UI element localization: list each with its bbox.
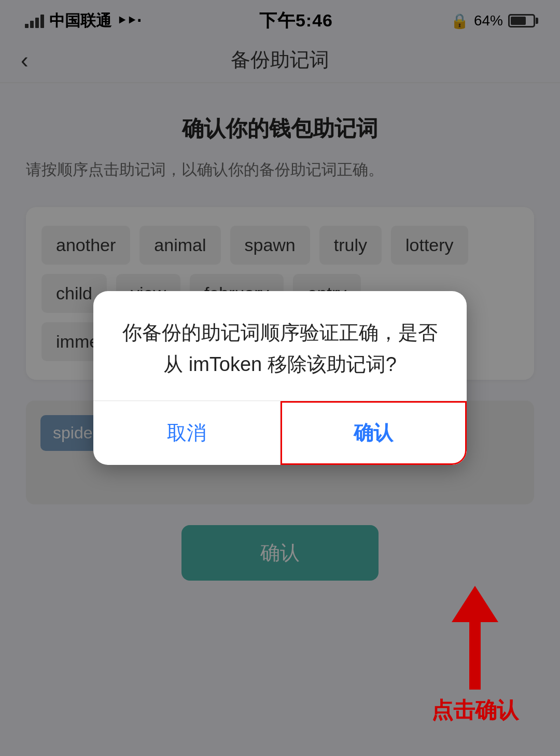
dialog: 你备份的助记词顺序验证正确，是否从 imToken 移除该助记词? 取消 确认 xyxy=(93,291,467,465)
dialog-body: 你备份的助记词顺序验证正确，是否从 imToken 移除该助记词? xyxy=(93,291,467,401)
dialog-confirm-button[interactable]: 确认 xyxy=(281,401,467,465)
arrow-up-icon xyxy=(452,586,498,622)
dialog-message: 你备份的助记词顺序验证正确，是否从 imToken 移除该助记词? xyxy=(119,317,441,380)
dialog-cancel-button[interactable]: 取消 xyxy=(93,401,281,465)
arrow-shaft xyxy=(469,622,481,690)
annotation-label: 点击确认 xyxy=(431,696,519,725)
confirm-annotation: 点击确认 xyxy=(431,586,519,725)
dialog-actions: 取消 确认 xyxy=(93,401,467,465)
